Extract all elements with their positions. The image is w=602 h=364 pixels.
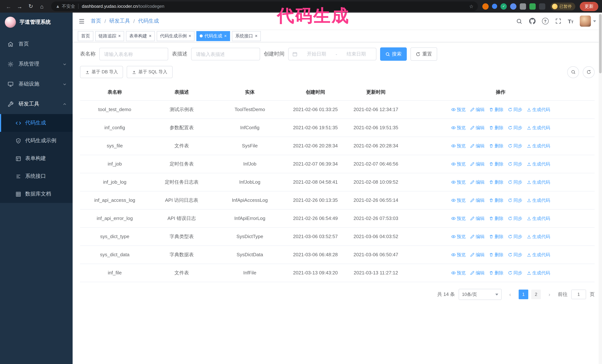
view-tag[interactable]: 代码生成 ×: [196, 31, 230, 41]
generate-code-link[interactable]: 生成代码: [527, 215, 550, 222]
delete-link[interactable]: 删除: [489, 161, 504, 167]
prev-page-button[interactable]: ‹: [505, 290, 515, 299]
table-desc-input[interactable]: [191, 48, 260, 60]
generate-code-link[interactable]: 生成代码: [527, 252, 550, 258]
scrollbar-thumb[interactable]: [599, 14, 602, 73]
delete-link[interactable]: 删除: [489, 143, 504, 149]
generate-code-link[interactable]: 生成代码: [527, 233, 550, 240]
delete-link[interactable]: 删除: [489, 125, 504, 131]
goto-page-input[interactable]: [571, 290, 586, 299]
date-range-picker[interactable]: 开始日期 - 结束日期: [288, 48, 376, 60]
github-icon[interactable]: [529, 18, 536, 24]
delete-link[interactable]: 删除: [489, 215, 504, 222]
sync-link[interactable]: 同步: [508, 197, 522, 203]
edit-link[interactable]: 编辑: [470, 179, 484, 185]
extension-people-icon[interactable]: [510, 3, 516, 10]
sidebar-item-system[interactable]: 系统管理: [0, 54, 73, 74]
edit-link[interactable]: 编辑: [470, 233, 484, 240]
view-tag[interactable]: 表单构建 ×: [126, 31, 155, 41]
preview-link[interactable]: 预览: [451, 270, 466, 276]
edit-link[interactable]: 编辑: [470, 125, 484, 131]
fullscreen-icon[interactable]: [555, 18, 561, 24]
preview-link[interactable]: 预览: [451, 215, 466, 222]
sidebar-item-codegen-example[interactable]: 代码生成示例: [0, 132, 73, 150]
extension-fox-icon[interactable]: [482, 3, 489, 10]
sidebar-item-db-doc[interactable]: 数据库文档: [0, 185, 73, 203]
show-search-button[interactable]: [567, 66, 579, 78]
delete-link[interactable]: 删除: [489, 106, 504, 113]
edit-link[interactable]: 编辑: [470, 252, 484, 258]
sync-link[interactable]: 同步: [508, 252, 522, 258]
preview-link[interactable]: 预览: [451, 106, 466, 113]
sync-link[interactable]: 同步: [508, 179, 522, 185]
profile-paused-badge[interactable]: 已暂停: [550, 2, 575, 10]
chrome-update-button[interactable]: 更新: [580, 2, 598, 11]
start-date-placeholder[interactable]: 开始日期: [301, 51, 333, 57]
preview-link[interactable]: 预览: [451, 179, 466, 185]
logo[interactable]: 芋道管理系统: [0, 13, 73, 32]
search-button[interactable]: 搜索: [380, 47, 407, 61]
generate-code-link[interactable]: 生成代码: [527, 270, 550, 276]
view-tag[interactable]: 链路追踪 ×: [95, 31, 124, 41]
sidebar-collapse-icon[interactable]: [78, 18, 85, 24]
address-bar[interactable]: ▲ 不安全 dashboard.yudao.iocoder.cn /tool/c…: [51, 1, 478, 11]
delete-link[interactable]: 删除: [489, 179, 504, 185]
generate-code-link[interactable]: 生成代码: [527, 143, 550, 149]
close-icon[interactable]: ×: [224, 34, 227, 38]
sync-link[interactable]: 同步: [508, 161, 522, 167]
edit-link[interactable]: 编辑: [470, 106, 484, 113]
search-icon[interactable]: [516, 18, 523, 24]
close-icon[interactable]: ×: [118, 34, 121, 38]
edit-link[interactable]: 编辑: [470, 197, 484, 203]
extension-puzzle-icon[interactable]: [539, 3, 545, 10]
back-icon[interactable]: ←: [4, 1, 13, 11]
preview-link[interactable]: 预览: [451, 161, 466, 167]
preview-link[interactable]: 预览: [451, 197, 466, 203]
forward-icon[interactable]: →: [15, 1, 24, 11]
reset-button[interactable]: 重置: [410, 47, 437, 61]
sidebar-item-system-api[interactable]: 系统接口: [0, 167, 73, 185]
delete-link[interactable]: 删除: [489, 197, 504, 203]
font-size-icon[interactable]: TT: [568, 18, 573, 24]
home-icon[interactable]: ⌂: [37, 1, 47, 11]
sync-link[interactable]: 同步: [508, 106, 522, 113]
sync-link[interactable]: 同步: [508, 233, 522, 240]
breadcrumb-item[interactable]: 首页: [91, 18, 101, 24]
view-tag[interactable]: 代码生成示例 ×: [157, 31, 194, 41]
import-sql-button[interactable]: 基于 SQL 导入: [127, 66, 172, 78]
close-icon[interactable]: ×: [255, 34, 258, 38]
next-page-button[interactable]: ›: [545, 290, 554, 299]
import-db-button[interactable]: 基于 DB 导入: [80, 66, 123, 78]
sidebar-item-home[interactable]: 首页: [0, 34, 73, 54]
edit-link[interactable]: 编辑: [470, 215, 484, 222]
preview-link[interactable]: 预览: [451, 252, 466, 258]
delete-link[interactable]: 删除: [489, 252, 504, 258]
edit-link[interactable]: 编辑: [470, 161, 484, 167]
bookmark-star-icon[interactable]: ☆: [469, 3, 473, 9]
page-number-button[interactable]: 1: [519, 290, 528, 299]
extension-camera-icon[interactable]: [520, 3, 526, 10]
sidebar-item-form-builder[interactable]: 表单构建: [0, 150, 73, 167]
user-menu[interactable]: [580, 16, 596, 27]
close-icon[interactable]: ×: [189, 34, 191, 38]
sidebar-item-infra[interactable]: 基础设施: [0, 74, 73, 94]
delete-link[interactable]: 删除: [489, 270, 504, 276]
preview-link[interactable]: 预览: [451, 143, 466, 149]
edit-link[interactable]: 编辑: [470, 270, 484, 276]
preview-link[interactable]: 预览: [451, 233, 466, 240]
generate-code-link[interactable]: 生成代码: [527, 106, 550, 113]
generate-code-link[interactable]: 生成代码: [527, 179, 550, 185]
scrollbar[interactable]: [599, 13, 602, 364]
sidebar-item-devtools[interactable]: 研发工具: [0, 94, 73, 114]
sidebar-item-codegen[interactable]: 代码生成: [0, 114, 73, 132]
generate-code-link[interactable]: 生成代码: [527, 161, 550, 167]
sync-link[interactable]: 同步: [508, 143, 522, 149]
breadcrumb-item[interactable]: 研发工具: [109, 18, 130, 24]
page-size-select[interactable]: 10条/页: [459, 289, 502, 300]
extension-check-icon[interactable]: ✓: [501, 3, 507, 10]
preview-link[interactable]: 预览: [451, 125, 466, 131]
delete-link[interactable]: 删除: [489, 233, 504, 240]
help-icon[interactable]: ?: [542, 18, 548, 24]
table-name-input[interactable]: [99, 48, 168, 60]
edit-link[interactable]: 编辑: [470, 143, 484, 149]
